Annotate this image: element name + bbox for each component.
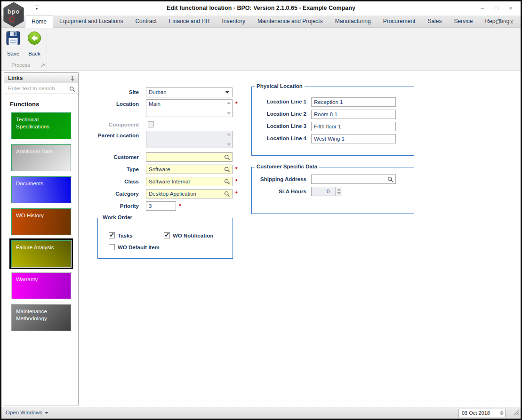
physical-location-title: Physical Location xyxy=(255,83,305,89)
date-picker[interactable]: 03 Oct 2018 xyxy=(458,409,506,417)
search-icon[interactable] xyxy=(69,86,75,94)
function-button-documents[interactable]: Documents xyxy=(11,176,71,203)
wo-notification-checkbox-label[interactable]: WO Notification xyxy=(173,233,213,238)
ribbon-group-label: Process xyxy=(1,62,40,68)
function-button-wo-history[interactable]: WO History xyxy=(11,208,71,235)
tab-contract[interactable]: Contract xyxy=(129,16,162,28)
tab-home[interactable]: Home xyxy=(25,16,53,28)
search-icon[interactable] xyxy=(224,166,230,174)
tasks-checkbox-label[interactable]: Tasks xyxy=(118,233,133,238)
tab-procurement[interactable]: Procurement xyxy=(377,16,422,28)
location-line-4-field[interactable] xyxy=(311,134,396,143)
location-label: Location xyxy=(77,101,139,107)
svg-text:bpo: bpo xyxy=(8,8,20,15)
class-required-marker: * xyxy=(235,178,238,185)
save-button[interactable]: Save xyxy=(4,31,23,57)
open-windows-dropdown[interactable]: Open Windows xyxy=(6,410,48,415)
location-textarea[interactable]: Main xyxy=(146,99,233,117)
tasks-checkbox[interactable]: ✓ xyxy=(109,232,115,238)
type-lookup-field[interactable]: Software xyxy=(146,165,233,174)
links-panel-header: Links xyxy=(4,73,78,83)
location-line-2-label: Location Line 2 xyxy=(254,111,306,117)
work-order-title: Work Order xyxy=(101,214,134,220)
date-spinner-arrows[interactable] xyxy=(498,409,505,417)
site-label: Site xyxy=(77,89,139,95)
customer-lookup-field[interactable] xyxy=(146,152,233,162)
ribbon: Save Back Process xyxy=(1,28,521,71)
category-required-marker: * xyxy=(235,190,238,197)
search-input[interactable] xyxy=(4,83,78,94)
links-panel: Links Functions Technical Specifications… xyxy=(4,72,79,405)
site-dropdown[interactable]: Durban xyxy=(146,87,233,97)
class-lookup-field[interactable]: Software Internal xyxy=(146,177,233,186)
spin-down-icon[interactable] xyxy=(500,413,504,415)
tab-service[interactable]: Service xyxy=(448,16,479,28)
tab-maintenance-and-projects[interactable]: Maintenance and Projects xyxy=(251,16,329,28)
resize-grip[interactable] xyxy=(514,409,519,417)
category-label: Category xyxy=(77,191,139,197)
priority-required-marker: * xyxy=(179,203,181,209)
function-button-warranty[interactable]: Warranty xyxy=(11,272,71,299)
app-window: ▼ Edit functional location - BPO: Versio… xyxy=(0,0,522,420)
function-button-maintenance-methodology[interactable]: Maintenance Methodology xyxy=(11,304,71,331)
customer-specific-data-title: Customer Specific Data xyxy=(255,164,319,169)
tab-manufacturing[interactable]: Manufacturing xyxy=(329,16,377,28)
ribbon-minimize-icon[interactable]: – xyxy=(480,17,490,26)
title-bar: ▼ Edit functional location - BPO: Versio… xyxy=(1,1,521,16)
search-icon[interactable] xyxy=(224,191,230,198)
scroll-down-icon[interactable] xyxy=(227,112,231,115)
parent-location-textarea xyxy=(146,131,233,148)
chevron-down-icon xyxy=(45,412,48,414)
floppy-disk-icon xyxy=(4,31,23,48)
spin-down-icon xyxy=(337,192,341,194)
ribbon-close-icon[interactable]: x xyxy=(506,17,517,26)
wo-default-item-checkbox[interactable]: ✓ xyxy=(109,244,115,250)
close-button[interactable]: × xyxy=(504,2,518,14)
back-button[interactable]: Back xyxy=(25,31,44,57)
window-title: Edit functional location - BPO: Version … xyxy=(1,5,521,11)
location-line-1-field[interactable] xyxy=(311,97,396,107)
wo-default-item-checkbox-label[interactable]: WO Default Item xyxy=(118,245,160,250)
search-icon[interactable] xyxy=(387,176,394,183)
shipping-address-label: Shipping Address xyxy=(251,176,306,182)
spinner-arrows xyxy=(335,187,342,196)
priority-field[interactable] xyxy=(146,201,176,211)
function-button-failure-analysis[interactable]: Failure Analysis xyxy=(11,240,71,267)
component-checkbox: ✓ xyxy=(148,121,154,127)
function-button-technical-specifications[interactable]: Technical Specifications xyxy=(11,112,71,139)
location-line-4-label: Location Line 4 xyxy=(254,135,306,141)
location-line-1-label: Location Line 1 xyxy=(254,99,306,104)
shipping-address-lookup-field[interactable] xyxy=(311,174,396,184)
tab-equipment-and-locations[interactable]: Equipment and Locations xyxy=(53,16,129,28)
back-arrow-icon xyxy=(25,31,44,48)
location-required-marker: * xyxy=(235,101,238,107)
location-line-2-field[interactable] xyxy=(311,110,396,119)
ribbon-restore-icon[interactable] xyxy=(493,17,504,26)
location-line-3-field[interactable] xyxy=(311,122,396,131)
function-button-additional-data[interactable]: Additional Data xyxy=(11,144,71,171)
category-lookup-field[interactable]: Desktop Application xyxy=(146,189,233,198)
customer-label: Customer xyxy=(77,154,139,160)
links-panel-title: Links xyxy=(8,75,23,81)
class-label: Class xyxy=(77,179,139,184)
sla-hours-spinner: 0 xyxy=(311,187,342,196)
ribbon-tab-bar: Home Equipment and Locations Contract Fi… xyxy=(1,16,521,28)
scroll-up-icon[interactable] xyxy=(227,102,231,104)
maximize-button[interactable]: □ xyxy=(490,2,504,14)
spin-up-icon xyxy=(337,189,341,190)
functions-heading: Functions xyxy=(10,101,78,108)
search-icon[interactable] xyxy=(224,154,230,161)
dialog-launcher-icon[interactable] xyxy=(40,61,45,70)
minimize-button[interactable]: – xyxy=(475,2,490,14)
spin-up-icon[interactable] xyxy=(500,411,504,412)
priority-label: Priority xyxy=(77,203,139,209)
tab-finance-and-hr[interactable]: Finance and HR xyxy=(163,16,216,28)
tab-inventory[interactable]: Inventory xyxy=(216,16,251,28)
status-bar: Open Windows 03 Oct 2018 xyxy=(1,407,521,419)
type-required-marker: * xyxy=(235,166,238,173)
wo-notification-checkbox[interactable]: ✓ xyxy=(164,232,170,238)
search-icon[interactable] xyxy=(224,179,230,186)
tab-sales[interactable]: Sales xyxy=(421,16,448,28)
pin-icon[interactable] xyxy=(70,75,75,84)
links-search-box xyxy=(4,83,78,94)
